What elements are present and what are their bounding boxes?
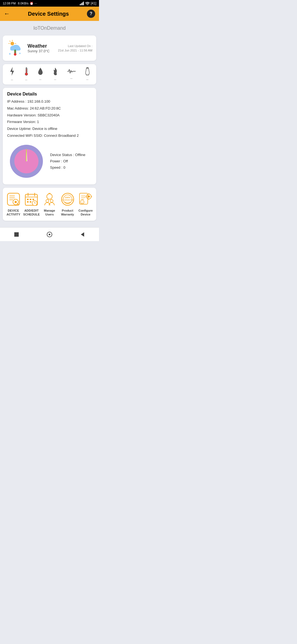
ip-label: IP Address : bbox=[7, 99, 27, 103]
configure-device-button[interactable]: ConfigureDevice bbox=[77, 192, 94, 217]
svg-text:❄: ❄ bbox=[19, 52, 21, 55]
svg-text:GUARANTEE: GUARANTEE bbox=[62, 199, 74, 201]
status-left: 12:08 PM 8.0KB/s ⏰ ··· bbox=[3, 2, 37, 5]
svg-point-39 bbox=[15, 201, 17, 203]
svg-point-53 bbox=[47, 194, 52, 199]
bottom-nav bbox=[0, 227, 99, 241]
battery-icon: [41] bbox=[91, 1, 96, 5]
uptime-value: Device is offline bbox=[32, 127, 57, 131]
svg-rect-3 bbox=[83, 2, 84, 5]
device-status-row: Device Status : Offline bbox=[50, 153, 92, 157]
wifi-label: Connected WiFi SSID: bbox=[7, 133, 44, 138]
svg-point-29 bbox=[86, 74, 89, 75]
status-dots: ··· bbox=[35, 2, 37, 5]
help-button[interactable]: ? bbox=[87, 10, 95, 18]
status-network: 8.0KB/s bbox=[18, 2, 29, 5]
svg-point-55 bbox=[50, 200, 53, 202]
status-alarm: ⏰ bbox=[30, 2, 34, 5]
add-edit-schedule-button[interactable]: ADD/EDITSCHEDULE bbox=[23, 192, 40, 217]
svg-marker-76 bbox=[81, 232, 84, 237]
svg-point-72 bbox=[83, 201, 83, 202]
device-activity-button[interactable]: DEVICEACTIVITY bbox=[5, 192, 22, 217]
thermometer-icon bbox=[24, 67, 29, 77]
manage-users-label: ManageUsers bbox=[44, 209, 55, 217]
svg-text:100%: 100% bbox=[65, 196, 70, 199]
svg-line-40 bbox=[17, 204, 19, 205]
status-right: [41] bbox=[80, 1, 96, 5]
weather-updated: Last Updated On : 21st Jun 2021 - 11:56 … bbox=[58, 44, 92, 53]
status-bar: 12:08 PM 8.0KB/s ⏰ ··· [41] bbox=[0, 0, 99, 7]
svg-point-5 bbox=[10, 42, 14, 45]
power-row: Power : Off bbox=[50, 159, 92, 163]
hw-version-row: Hardware Version: SBBC32040A bbox=[7, 113, 92, 118]
signal-icon bbox=[80, 2, 84, 5]
pulse-icon bbox=[67, 68, 76, 75]
svg-point-71 bbox=[81, 201, 82, 202]
svg-rect-60 bbox=[79, 193, 88, 204]
water-value: -- bbox=[39, 78, 42, 81]
svg-rect-73 bbox=[14, 232, 19, 237]
svg-rect-1 bbox=[81, 3, 82, 5]
svg-rect-45 bbox=[27, 199, 29, 200]
temperature-value: -- bbox=[25, 78, 28, 82]
pulse-value: -- bbox=[70, 77, 73, 80]
svg-rect-47 bbox=[32, 199, 34, 200]
sensor-pulse: -- bbox=[67, 68, 76, 80]
sensor-temperature: -- bbox=[24, 67, 29, 82]
add-edit-schedule-label: ADD/EDITSCHEDULE bbox=[23, 209, 40, 217]
page-title: Device Settings bbox=[28, 11, 69, 17]
product-warranty-label: ProductWarranty bbox=[61, 209, 74, 217]
electricity-icon bbox=[9, 67, 15, 77]
sensor-fire: -- bbox=[52, 67, 58, 81]
hw-label: Hardware Version: bbox=[7, 113, 38, 117]
flask-icon bbox=[85, 67, 90, 77]
device-details-card: Device Details IP Address : 192.168.0.10… bbox=[3, 88, 96, 184]
svg-point-75 bbox=[49, 234, 50, 235]
weather-name: Weather bbox=[28, 43, 55, 49]
device-activity-label: DEVICEACTIVITY bbox=[7, 209, 20, 217]
electricity-value: -- bbox=[11, 78, 13, 82]
mac-value: 24:62:AB:FD:20:8C bbox=[30, 106, 61, 110]
uptime-row: Device Uptime: Device is offline bbox=[7, 126, 92, 132]
device-activity-icon bbox=[6, 192, 21, 206]
ip-value: 192.168.0.100 bbox=[27, 99, 50, 103]
flask-value: -- bbox=[86, 78, 89, 81]
fire-value: -- bbox=[54, 78, 56, 81]
sensor-electricity: -- bbox=[9, 67, 15, 82]
svg-rect-24 bbox=[26, 69, 27, 73]
fw-label: Firmware Version: bbox=[7, 120, 37, 124]
svg-point-70 bbox=[80, 200, 84, 204]
nav-back-button[interactable] bbox=[78, 230, 87, 239]
toolbar: ← Device Settings ? bbox=[0, 7, 99, 21]
fire-icon bbox=[52, 67, 58, 77]
svg-point-4 bbox=[87, 4, 88, 5]
nav-stop-button[interactable] bbox=[12, 230, 21, 239]
add-edit-schedule-icon bbox=[24, 192, 38, 206]
svg-point-65 bbox=[88, 195, 90, 198]
weather-info: Weather Sunny 37.0°C bbox=[28, 43, 55, 53]
sensor-water: -- bbox=[38, 67, 43, 81]
actions-card: DEVICEACTIVITY bbox=[3, 188, 96, 221]
back-button[interactable]: ← bbox=[4, 10, 10, 17]
device-status-info: Device Status : Offline Power : Off Spee… bbox=[50, 153, 92, 170]
svg-marker-21 bbox=[10, 67, 14, 76]
manage-users-icon bbox=[42, 192, 57, 206]
svg-point-54 bbox=[46, 200, 49, 202]
svg-rect-46 bbox=[30, 199, 31, 200]
donut-section: Device Status : Offline Power : Off Spee… bbox=[7, 142, 92, 181]
product-warranty-button[interactable]: 100% GUARANTEE ProductWarranty bbox=[59, 192, 76, 217]
sensor-flask: -- bbox=[85, 67, 90, 81]
manage-users-button[interactable]: ManageUsers bbox=[41, 192, 58, 217]
svg-text:❄: ❄ bbox=[9, 53, 11, 55]
svg-line-10 bbox=[10, 41, 10, 42]
configure-device-icon bbox=[78, 192, 93, 206]
nav-home-button[interactable] bbox=[45, 230, 54, 239]
weather-description: Sunny 37.0°C bbox=[28, 49, 55, 53]
page-content: IoTOnDemand bbox=[0, 21, 99, 225]
mac-label: Mac Address: bbox=[7, 106, 30, 110]
wifi-value: Connect Broadband 2 bbox=[44, 133, 79, 138]
sensors-card: -- -- -- bbox=[3, 64, 96, 84]
svg-line-33 bbox=[26, 149, 26, 161]
fw-value: 1 bbox=[37, 120, 39, 124]
donut-chart bbox=[7, 142, 46, 181]
